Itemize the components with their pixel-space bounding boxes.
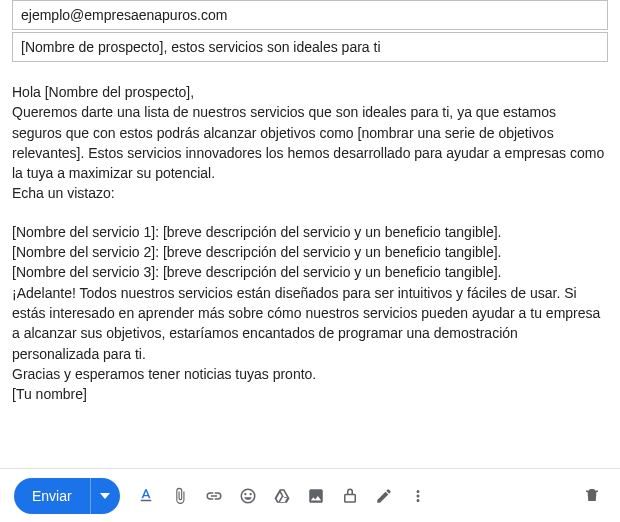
closing-line-2: [Tu nombre] bbox=[12, 384, 608, 404]
send-button-group: Enviar bbox=[14, 478, 120, 514]
closing-line-1: Gracias y esperamos tener noticias tuyas… bbox=[12, 364, 608, 384]
image-icon[interactable] bbox=[306, 486, 326, 506]
send-more-button[interactable] bbox=[90, 478, 120, 514]
intro-paragraph: Queremos darte una lista de nuestros ser… bbox=[12, 102, 608, 183]
attach-icon[interactable] bbox=[170, 486, 190, 506]
greeting-line: Hola [Nombre del prospecto], bbox=[12, 82, 608, 102]
cta-paragraph: ¡Adelante! Todos nuestros servicios está… bbox=[12, 283, 608, 364]
service-line: [Nombre del servicio 1]: [breve descripc… bbox=[12, 222, 608, 242]
emoji-icon[interactable] bbox=[238, 486, 258, 506]
more-icon[interactable] bbox=[408, 486, 428, 506]
to-field[interactable]: ejemplo@empresaenapuros.com bbox=[12, 0, 608, 30]
subject-field[interactable]: [Nombre de prospecto], estos servicios s… bbox=[12, 32, 608, 62]
service-line: [Nombre del servicio 3]: [breve descripc… bbox=[12, 262, 608, 282]
confidential-icon[interactable] bbox=[340, 486, 360, 506]
send-button[interactable]: Enviar bbox=[14, 478, 90, 514]
look-line: Echa un vistazo: bbox=[12, 183, 608, 203]
services-block: [Nombre del servicio 1]: [breve descripc… bbox=[12, 222, 608, 283]
compose-header: ejemplo@empresaenapuros.com [Nombre de p… bbox=[0, 0, 620, 66]
link-icon[interactable] bbox=[204, 486, 224, 506]
drive-icon[interactable] bbox=[272, 486, 292, 506]
service-line: [Nombre del servicio 2]: [breve descripc… bbox=[12, 242, 608, 262]
compose-toolbar: Enviar bbox=[0, 468, 620, 522]
formatting-icons bbox=[136, 486, 428, 506]
discard-button[interactable] bbox=[582, 485, 602, 505]
trash-icon bbox=[583, 486, 601, 504]
chevron-down-icon bbox=[100, 493, 110, 499]
text-format-icon[interactable] bbox=[136, 486, 156, 506]
signature-icon[interactable] bbox=[374, 486, 394, 506]
email-body[interactable]: Hola [Nombre del prospecto], Queremos da… bbox=[0, 66, 620, 412]
